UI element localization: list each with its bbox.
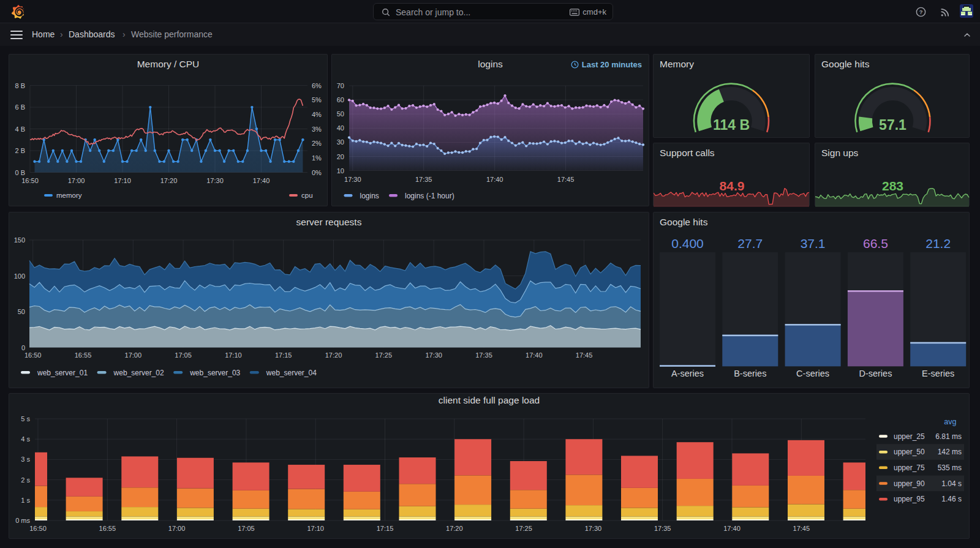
- svg-text:web_server_04: web_server_04: [266, 369, 317, 377]
- svg-text:C-series: C-series: [796, 369, 829, 378]
- svg-text:3 s: 3 s: [21, 456, 30, 463]
- svg-text:17:40: 17:40: [526, 351, 543, 359]
- svg-text:17:10: 17:10: [114, 177, 131, 184]
- svg-text:50: 50: [18, 308, 25, 315]
- svg-text:17:15: 17:15: [377, 525, 394, 532]
- svg-text:5 s: 5 s: [21, 415, 30, 422]
- svg-text:60: 60: [337, 96, 344, 103]
- svg-text:5%: 5%: [312, 96, 322, 103]
- svg-text:E-series: E-series: [922, 369, 954, 378]
- svg-text:6%: 6%: [312, 82, 322, 89]
- svg-text:84.9: 84.9: [720, 179, 745, 193]
- svg-text:66.5: 66.5: [863, 236, 888, 250]
- svg-text:16:55: 16:55: [99, 525, 116, 532]
- svg-text:21.2: 21.2: [925, 236, 951, 250]
- svg-text:B-series: B-series: [734, 369, 766, 378]
- svg-text:17:30: 17:30: [206, 177, 224, 184]
- svg-text:17:40: 17:40: [486, 176, 503, 183]
- svg-text:2 s: 2 s: [21, 476, 30, 484]
- svg-text:upper_25: upper_25: [894, 432, 925, 441]
- svg-text:17:25: 17:25: [515, 525, 532, 532]
- svg-text:D-series: D-series: [859, 369, 892, 378]
- svg-text:70: 70: [337, 82, 344, 89]
- svg-text:avg: avg: [944, 418, 956, 426]
- svg-text:17:00: 17:00: [168, 525, 186, 532]
- svg-text:10: 10: [337, 167, 344, 175]
- svg-text:17:30: 17:30: [425, 351, 442, 359]
- svg-text:web_server_01: web_server_01: [37, 369, 88, 377]
- svg-text:4 B: 4 B: [15, 126, 25, 133]
- svg-text:0.400: 0.400: [671, 236, 704, 250]
- svg-text:4%: 4%: [312, 111, 322, 118]
- svg-text:17:40: 17:40: [253, 177, 270, 184]
- svg-text:17:20: 17:20: [446, 525, 463, 532]
- svg-text:17:00: 17:00: [125, 351, 142, 359]
- svg-text:16:50: 16:50: [24, 351, 42, 359]
- svg-text:16:50: 16:50: [29, 525, 47, 532]
- svg-text:100: 100: [14, 272, 25, 280]
- svg-text:memory: memory: [56, 192, 82, 199]
- svg-text:17:10: 17:10: [225, 351, 242, 359]
- svg-text:2 B: 2 B: [15, 147, 25, 154]
- svg-text:1 s: 1 s: [21, 497, 30, 504]
- svg-text:27.7: 27.7: [737, 236, 763, 250]
- svg-text:1%: 1%: [312, 154, 322, 162]
- svg-text:17:35: 17:35: [415, 176, 432, 183]
- svg-text:142 ms: 142 ms: [938, 448, 962, 456]
- svg-text:17:20: 17:20: [325, 351, 342, 359]
- svg-text:17:30: 17:30: [585, 525, 602, 532]
- svg-text:4 s: 4 s: [21, 435, 30, 443]
- svg-text:535 ms: 535 ms: [938, 464, 962, 472]
- svg-text:1.04 s: 1.04 s: [941, 479, 962, 488]
- svg-text:web_server_02: web_server_02: [113, 369, 164, 377]
- svg-text:6 B: 6 B: [15, 103, 25, 111]
- svg-text:17:45: 17:45: [557, 176, 575, 183]
- svg-text:30: 30: [337, 138, 344, 146]
- svg-text:17:05: 17:05: [238, 525, 255, 532]
- svg-text:17:10: 17:10: [307, 525, 324, 532]
- svg-text:17:30: 17:30: [344, 176, 361, 183]
- svg-text:upper_75: upper_75: [894, 464, 925, 472]
- svg-text:6.81 ms: 6.81 ms: [935, 432, 962, 441]
- svg-text:upper_90: upper_90: [894, 479, 925, 488]
- svg-text:logins (-1 hour): logins (-1 hour): [405, 192, 454, 200]
- svg-text:3%: 3%: [312, 126, 322, 133]
- svg-text:16:50: 16:50: [21, 177, 39, 184]
- svg-text:17:20: 17:20: [160, 177, 178, 184]
- svg-text:A-series: A-series: [671, 369, 704, 378]
- svg-text:8 B: 8 B: [15, 82, 25, 89]
- svg-text:17:15: 17:15: [275, 351, 292, 359]
- svg-text:0 B: 0 B: [15, 169, 25, 176]
- svg-text:0%: 0%: [312, 169, 322, 176]
- svg-text:17:00: 17:00: [68, 177, 85, 184]
- svg-text:17:40: 17:40: [723, 525, 741, 532]
- svg-text:150: 150: [14, 236, 25, 244]
- svg-text:40: 40: [337, 124, 344, 132]
- svg-text:114 B: 114 B: [713, 117, 750, 133]
- svg-text:17:45: 17:45: [793, 525, 810, 532]
- svg-text:upper_50: upper_50: [894, 448, 925, 456]
- svg-text:1.46 s: 1.46 s: [941, 495, 962, 503]
- svg-text:283: 283: [882, 179, 903, 193]
- svg-text:50: 50: [337, 110, 344, 118]
- svg-text:37.1: 37.1: [801, 236, 826, 250]
- svg-text:0 ms: 0 ms: [15, 517, 30, 524]
- svg-text:57.1: 57.1: [879, 117, 907, 133]
- svg-text:17:25: 17:25: [375, 351, 393, 359]
- svg-text:16:55: 16:55: [75, 351, 92, 359]
- svg-text:upper_95: upper_95: [894, 495, 925, 503]
- svg-text:0: 0: [21, 344, 25, 351]
- svg-text:17:35: 17:35: [475, 351, 492, 359]
- svg-text:20: 20: [337, 153, 344, 160]
- svg-text:2%: 2%: [312, 140, 322, 147]
- svg-text:17:35: 17:35: [654, 525, 671, 532]
- svg-text:17:45: 17:45: [576, 351, 593, 359]
- svg-text:17:05: 17:05: [175, 351, 192, 359]
- svg-text:?: ?: [919, 9, 923, 15]
- svg-text:web_server_03: web_server_03: [189, 369, 240, 377]
- svg-text:cpu: cpu: [301, 192, 313, 199]
- svg-text:logins: logins: [360, 192, 379, 200]
